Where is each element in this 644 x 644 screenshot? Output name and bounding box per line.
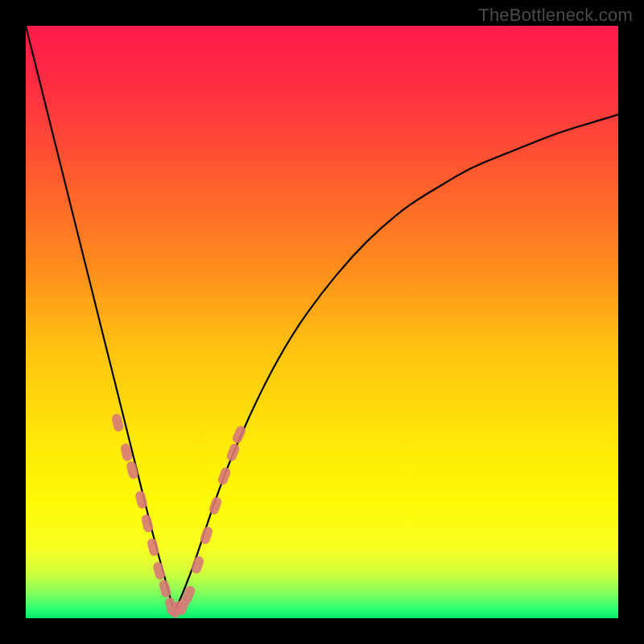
svg-rect-1 [111, 413, 125, 432]
svg-rect-6 [147, 538, 160, 557]
marker-point [217, 466, 232, 486]
watermark-text: TheBottleneck.com [478, 5, 633, 26]
marker-point [190, 555, 204, 575]
marker-point [225, 443, 241, 463]
svg-rect-17 [225, 443, 241, 463]
svg-rect-16 [217, 466, 232, 486]
svg-rect-13 [190, 555, 204, 575]
curve-layer [26, 26, 618, 618]
plot-area [26, 26, 618, 618]
marker-point [140, 514, 154, 533]
bottleneck-curve [26, 26, 618, 609]
marker-point [147, 538, 160, 557]
marker-group [111, 413, 247, 618]
marker-point [111, 413, 125, 432]
svg-rect-4 [134, 490, 148, 510]
marker-point [126, 460, 139, 480]
chart-frame: TheBottleneck.com [0, 0, 644, 644]
svg-rect-5 [140, 514, 154, 533]
svg-rect-3 [126, 460, 139, 480]
marker-point [134, 490, 148, 510]
